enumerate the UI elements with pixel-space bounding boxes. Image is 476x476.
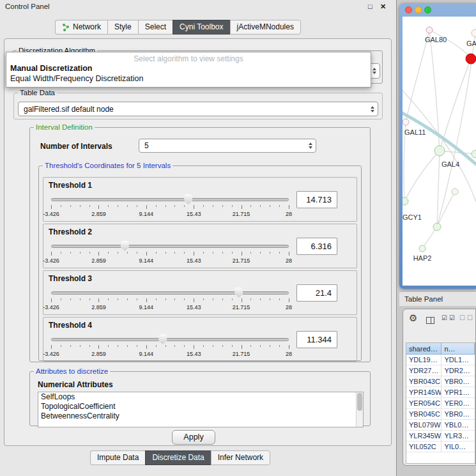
tick-label: 2.859 [91,211,106,217]
table-cell[interactable]: YIL052C [406,441,441,452]
checkbox-icon[interactable]: ☑ [441,314,447,321]
table-cell[interactable]: YBR0… [441,409,475,419]
table-panel-window: ⚙ ☑ ☑ ☐ ☐ shared… n… YDL19…YDL1…YDR27…YD… [403,309,476,466]
table-cell[interactable]: YDR27… [406,365,441,376]
column-header[interactable]: n… [441,343,475,355]
table-row[interactable]: YIL052CYIL0… [406,441,475,452]
tab-jactivemnodules[interactable]: jActiveMNodules [230,20,301,35]
scrollbar[interactable] [356,392,363,427]
tab-infer-network[interactable]: Infer Network [211,450,270,465]
threshold-value-field[interactable] [296,284,337,302]
threshold-value-field[interactable] [296,331,337,348]
network-view-window: GAL80 GA GAL11 GAL4 GCY1 HAP2 [399,3,476,289]
tab-style[interactable]: Style [107,20,138,35]
tab-network[interactable]: Network [55,20,107,35]
slider-track[interactable] [51,245,289,248]
slider-track[interactable] [51,291,289,295]
table-row[interactable]: YDL19…YDL1… [406,355,475,365]
slider-tick-labels: -3.4262.8599.14415.4321.71528 [51,351,289,357]
slider-track[interactable] [51,338,289,341]
menu-item-equal-width-frequency[interactable]: Equal Width/Frequency Discretization [6,73,371,84]
table-cell[interactable]: YBR043C [406,376,441,387]
threshold-slider[interactable]: -3.4262.8599.14415.4321.71528 [51,334,289,360]
table-row[interactable]: YDR27…YDR2… [406,365,475,376]
close-icon[interactable]: ✕ [380,3,386,11]
tab-cyni-toolbox[interactable]: Cyni Toolbox [173,20,229,35]
list-item[interactable]: BetweennessCentrality [38,411,363,421]
tick-label: 21.715 [233,351,250,357]
float-window-icon[interactable]: □ [368,3,372,10]
table-cell[interactable]: YIL0… [441,441,475,452]
table-row[interactable]: YER054CYER0… [406,398,475,409]
network-canvas[interactable]: GAL80 GA GAL11 GAL4 GCY1 HAP2 [403,17,476,286]
table-cell[interactable]: YLR345W [406,431,441,441]
mac-minimize-icon[interactable] [415,6,422,13]
attributes-group: Attributes to discretize Numerical Attri… [29,367,371,426]
tab-label: Network [73,22,101,31]
tab-select[interactable]: Select [138,20,173,35]
table-cell[interactable]: YBL0… [441,420,475,430]
table-cell[interactable]: YDR2… [441,365,475,376]
network-node[interactable] [472,29,476,37]
table-cell[interactable]: YPR1… [441,387,475,397]
checkbox-icon[interactable]: ☐ [467,314,474,321]
table-row[interactable]: YBR043CYBR0… [406,376,475,387]
table-row[interactable]: YBR045CYBR0… [406,409,475,420]
network-node[interactable] [419,245,426,252]
tab-label: Style [114,22,132,31]
table-cell[interactable]: YER0… [441,398,475,408]
network-node[interactable] [433,223,441,231]
slider-thumb[interactable] [158,334,167,344]
apply-button[interactable]: Apply [172,430,215,445]
threshold-value-field[interactable] [296,238,337,255]
list-item[interactable]: TopologicalCoefficient [38,402,363,411]
tab-label: Impute Data [97,453,139,462]
threshold-slider[interactable]: -3.4262.8599.14415.4321.71528 [51,288,289,313]
table-row[interactable]: YPR145WYPR1… [406,387,475,398]
threshold-value-field[interactable] [296,191,337,208]
network-node-selected[interactable] [466,54,476,64]
table-cell[interactable]: YPR145W [406,387,441,397]
checkbox-icon[interactable]: ☐ [459,314,466,321]
table-cell[interactable]: YBR045C [406,409,441,419]
slider-tick-labels: -3.4262.8599.14415.4321.71528 [51,304,289,311]
threshold-slider[interactable]: -3.4262.8599.14415.4321.71528 [51,194,289,220]
slider-thumb[interactable] [121,241,129,251]
threshold-section: Threshold 4 -3.4262.8599.14415.4321.7152… [43,317,357,362]
slider-thumb[interactable] [234,288,243,298]
table-cell[interactable]: YER054C [406,398,441,408]
table-cell[interactable]: YDL19… [406,355,441,365]
table-cell[interactable]: YLR3… [441,431,475,441]
table-cell[interactable]: YDL1… [441,355,475,365]
checkbox-icon[interactable]: ☑ [449,314,455,321]
list-item[interactable]: SelfLoops [38,392,363,402]
slider-thumb[interactable] [184,194,192,204]
tick-label: 9.144 [139,351,154,357]
network-node[interactable] [472,150,476,158]
tab-impute-data[interactable]: Impute Data [90,450,145,465]
menu-item-manual-discretization[interactable]: Manual Discretization [6,63,371,73]
table-row[interactable]: YBL079WYBL0… [406,420,475,431]
network-node[interactable] [403,119,409,125]
column-header[interactable]: shared… [406,343,441,355]
table-row[interactable]: YLR345WYLR3… [406,431,475,441]
scrollbar-thumb[interactable] [357,393,362,411]
gear-icon[interactable]: ⚙ [409,313,417,323]
threshold-slider[interactable]: -3.4262.8599.14415.4321.71528 [51,241,289,266]
network-node[interactable] [452,188,458,195]
table-data-combo[interactable]: galFiltered.sif default node [18,102,378,116]
column-manager-icon[interactable] [426,317,434,324]
slider-track[interactable] [51,198,289,201]
mac-close-icon[interactable] [405,6,412,13]
table-cell[interactable]: YBR0… [441,376,475,387]
tick-label: 21.715 [233,211,250,217]
table-cell[interactable]: YBL079W [406,420,441,430]
network-node[interactable] [403,197,408,205]
tab-discretize-data[interactable]: Discretize Data [145,450,210,465]
number-of-intervals-label: Number of Intervals [40,142,112,151]
network-node[interactable] [426,27,433,33]
node-table: shared… n… YDL19…YDL1…YDR27…YDR2…YBR043C… [406,342,475,464]
number-of-intervals-combo[interactable]: 5 [139,139,316,153]
mac-zoom-icon[interactable] [424,6,431,13]
network-node[interactable] [434,146,445,156]
